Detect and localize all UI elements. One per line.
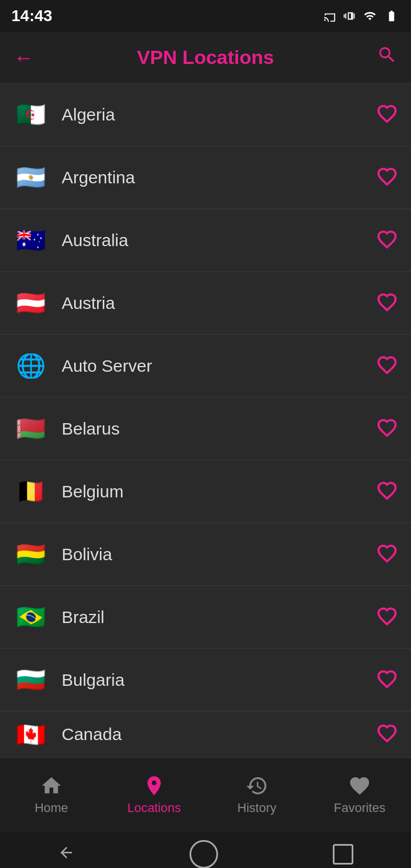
country-name-belarus: Belarus [62,419,377,439]
home-icon [40,774,63,797]
favorite-button-argentina[interactable] [377,166,397,189]
bottom-nav: Home Locations History Favorites [0,757,411,831]
nav-favorites-label: Favorites [334,801,385,815]
flag-canada: 🇨🇦 [14,722,48,747]
favorite-button-austria[interactable] [377,292,397,315]
status-icons [322,9,400,23]
favorite-button-autoserver[interactable] [377,355,397,377]
location-item-autoserver[interactable]: 🌐Auto Server [0,335,411,397]
favorites-heart-icon [348,774,371,797]
location-item-argentina[interactable]: 🇦🇷Argentina [0,146,411,209]
favorite-button-australia[interactable] [377,229,397,252]
location-item-austria[interactable]: 🇦🇹Austria [0,272,411,335]
android-nav-bar [0,831,411,868]
nav-locations-label: Locations [127,801,181,815]
nav-home[interactable]: Home [0,774,103,815]
status-bar: 14:43 [0,0,411,32]
location-item-bolivia[interactable]: 🇧🇴Bolivia [0,523,411,586]
flag-algeria: 🇩🇿 [14,102,48,127]
location-item-australia[interactable]: 🇦🇺Australia [0,209,411,272]
country-name-bolivia: Bolivia [62,545,377,564]
nav-locations[interactable]: Locations [103,774,206,815]
flag-autoserver: 🌐 [14,353,48,379]
flag-bulgaria: 🇧🇬 [14,668,48,693]
country-name-brazil: Brazil [62,608,377,627]
home-android-button[interactable] [190,840,218,868]
back-button[interactable]: ← [14,47,34,68]
location-list: 🇩🇿Algeria 🇦🇷Argentina 🇦🇺Australia 🇦🇹Aust… [0,83,411,757]
back-android-button[interactable] [58,844,75,865]
nav-history-label: History [237,801,276,815]
flag-belgium: 🇧🇪 [14,479,48,504]
nav-home-label: Home [35,801,68,815]
favorite-button-bolivia[interactable] [377,543,397,566]
nav-favorites[interactable]: Favorites [308,774,411,815]
favorite-button-bulgaria[interactable] [377,669,397,692]
flag-bolivia: 🇧🇴 [14,542,48,567]
favorite-button-brazil[interactable] [377,606,397,629]
flag-argentina: 🇦🇷 [14,165,48,190]
location-pin-icon [143,774,166,797]
header: ← VPN Locations [0,32,411,83]
vibrate-icon [344,9,356,23]
country-name-belgium: Belgium [62,482,377,501]
country-name-bulgaria: Bulgaria [62,670,377,690]
page-title: VPN Locations [137,46,274,69]
status-time: 14:43 [11,7,53,25]
flag-brazil: 🇧🇷 [14,605,48,630]
location-item-brazil[interactable]: 🇧🇷Brazil [0,586,411,649]
wifi-icon [362,10,378,22]
search-button[interactable] [377,45,397,70]
flag-austria: 🇦🇹 [14,291,48,316]
flag-australia: 🇦🇺 [14,228,48,253]
location-item-algeria[interactable]: 🇩🇿Algeria [0,83,411,146]
favorite-button-belgium[interactable] [377,480,397,503]
favorite-button-belarus[interactable] [377,417,397,440]
recents-android-button[interactable] [333,844,353,865]
country-name-canada: Canada [62,725,377,744]
country-name-austria: Austria [62,294,377,313]
location-item-belgium[interactable]: 🇧🇪Belgium [0,460,411,523]
country-name-australia: Australia [62,231,377,250]
location-item-belarus[interactable]: 🇧🇾Belarus [0,397,411,460]
favorite-button-algeria[interactable] [377,103,397,126]
history-icon [245,774,268,797]
country-name-argentina: Argentina [62,168,377,187]
country-name-algeria: Algeria [62,105,377,124]
location-item-bulgaria[interactable]: 🇧🇬Bulgaria [0,649,411,712]
cast-icon [322,10,338,22]
location-item-canada[interactable]: 🇨🇦Canada [0,712,411,757]
battery-icon [384,10,400,22]
flag-belarus: 🇧🇾 [14,416,48,441]
country-name-autoserver: Auto Server [62,356,377,376]
nav-history[interactable]: History [206,774,308,815]
favorite-button-canada[interactable] [377,723,397,746]
